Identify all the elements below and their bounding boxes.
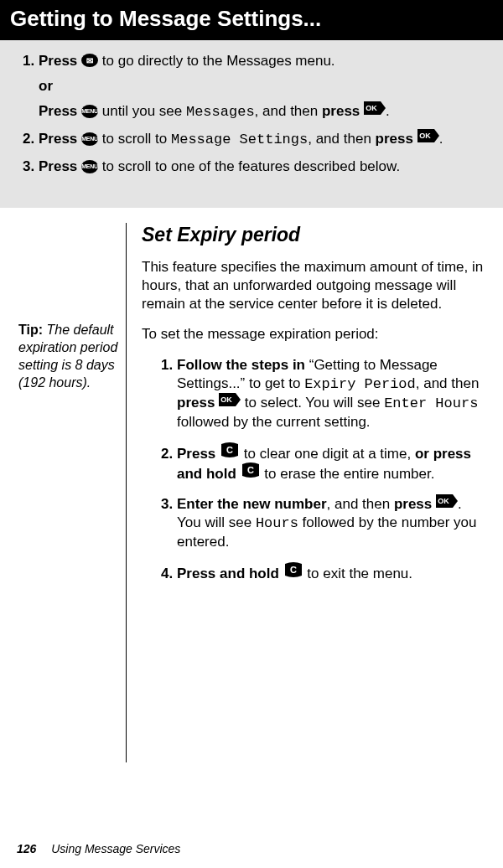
left-column: Tip: The default expiration period setti…	[18, 223, 126, 762]
c-icon: C	[241, 462, 261, 478]
header-title: Getting to Message Settings...	[10, 6, 321, 31]
step-2: Press C to clear one digit at a time, or…	[177, 443, 485, 483]
ok-icon: OK	[436, 494, 458, 508]
text: followed by the current setting.	[177, 414, 371, 430]
text: to scroll to	[98, 131, 171, 147]
text: , and then	[255, 103, 322, 119]
step-1: Follow the steps in “Getting to Message …	[177, 356, 485, 431]
text: .	[386, 103, 390, 119]
section-header: Getting to Message Settings...	[0, 0, 503, 40]
lcd-text: Hours	[256, 515, 298, 531]
text: to scroll to one of the features describ…	[98, 158, 400, 174]
intro-step-1: Press ✉ to go directly to the Messages m…	[39, 52, 485, 121]
text: , and then	[327, 496, 394, 512]
chapter-title: Using Message Services	[51, 842, 180, 855]
text: , and then	[308, 131, 375, 147]
text-press: Press	[39, 53, 77, 69]
text-or: or	[39, 78, 53, 94]
ok-icon: OK	[364, 101, 386, 115]
step-4: Press and hold C to exit the menu.	[177, 563, 485, 583]
svg-text:OK: OK	[220, 395, 232, 404]
svg-text:OK: OK	[438, 497, 449, 505]
text-bold: Enter the new number	[177, 496, 327, 512]
text: to select. You will see	[241, 395, 384, 411]
right-column: Set Expiry period This feature specifies…	[126, 223, 485, 762]
svg-text:OK: OK	[366, 104, 377, 112]
text-press: Press	[39, 131, 77, 147]
svg-text:OK: OK	[419, 132, 431, 140]
c-icon: C	[220, 442, 240, 457]
steps-list: Follow the steps in “Getting to Message …	[142, 356, 485, 584]
text-press: Press	[39, 103, 77, 119]
page-footer: 126 Using Message Services	[17, 841, 180, 856]
text-press: Press	[177, 446, 215, 462]
intro-step-2: Press MENU to scroll to Message Settings…	[39, 130, 485, 149]
text-bold: Press and hold	[177, 566, 279, 581]
text: until you see	[98, 103, 186, 119]
intro-steps-list: Press ✉ to go directly to the Messages m…	[18, 52, 485, 176]
menu-icon: MENU	[81, 132, 98, 146]
text-bold: Follow the steps in	[177, 357, 305, 373]
ok-icon: OK	[219, 393, 241, 406]
paragraph: To set the message expiration period:	[142, 325, 485, 344]
envelope-icon: ✉	[81, 54, 98, 67]
text: , and then	[416, 375, 480, 391]
text: to erase the entire number.	[261, 466, 435, 482]
intro-step-3: Press MENU to scroll to one of the featu…	[39, 158, 485, 176]
text-press: press	[177, 395, 215, 411]
text: to go directly to the Messages menu.	[98, 53, 335, 69]
text: to exit the menu.	[303, 566, 412, 581]
svg-text:C: C	[290, 565, 297, 575]
lcd-text: Enter Hours	[384, 395, 478, 411]
paragraph: This feature specifies the maximum amoun…	[142, 258, 485, 313]
text-press: press	[376, 131, 413, 147]
step-3: Enter the new number, and then press OK …	[177, 495, 485, 551]
text-press: press	[322, 103, 360, 119]
svg-text:C: C	[247, 465, 254, 475]
text: .	[439, 131, 443, 147]
menu-icon: MENU	[81, 160, 98, 173]
section-title: Set Expiry period	[142, 223, 485, 248]
text-press: Press	[39, 158, 77, 174]
tip-label: Tip:	[18, 323, 46, 337]
body-two-column: Tip: The default expiration period setti…	[0, 208, 503, 762]
ok-icon: OK	[417, 129, 439, 142]
intro-steps-box: Press ✉ to go directly to the Messages m…	[0, 40, 503, 208]
c-icon: C	[283, 562, 303, 577]
lcd-text: Expiry Period	[304, 376, 416, 392]
svg-text:C: C	[226, 445, 233, 455]
tip-block: Tip: The default expiration period setti…	[18, 322, 119, 391]
menu-icon: MENU	[81, 105, 98, 118]
text: to clear one digit at a time,	[240, 446, 415, 462]
text-press: press	[394, 496, 432, 512]
lcd-text: Message Settings	[171, 132, 308, 147]
lcd-text: Messages	[186, 104, 255, 120]
page-number: 126	[17, 842, 36, 855]
